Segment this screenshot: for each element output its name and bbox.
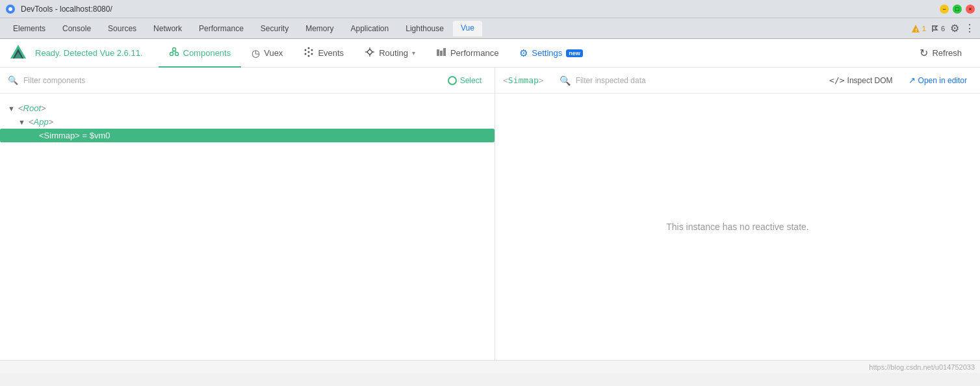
nav-routing[interactable]: Routing ▾	[354, 39, 426, 68]
svg-point-13	[305, 49, 307, 51]
tree-item-app[interactable]: ▼ <App>	[0, 115, 495, 129]
inspect-dom-icon: </>	[829, 75, 844, 85]
right-content-area: This instance has no reactive state.	[495, 94, 980, 360]
vue-logo	[8, 43, 29, 64]
nav-performance-label: Performance	[450, 48, 498, 58]
svg-text:!: !	[915, 27, 917, 32]
select-circle-icon	[448, 76, 457, 85]
components-icon	[169, 47, 179, 59]
warning-count: 1	[922, 25, 926, 32]
window-title: DevTools - localhost:8080/	[21, 5, 112, 14]
vue-status-text: Ready. Detected Vue 2.6.11.	[35, 48, 143, 58]
title-bar: DevTools - localhost:8080/ − □ ×	[0, 0, 980, 18]
svg-point-7	[172, 48, 175, 51]
tab-bar-icons: ! 1 6 ⚙ ⋮	[911, 22, 975, 34]
tab-application[interactable]: Application	[343, 21, 397, 36]
main-content: 🔍 Select ▼ <Root> ▼ <App> <Simmap>	[0, 68, 980, 360]
svg-rect-24	[437, 49, 439, 56]
nav-vuex[interactable]: ◷ Vuex	[241, 39, 293, 68]
more-options-icon[interactable]: ⋮	[964, 22, 975, 34]
svg-point-9	[175, 53, 178, 56]
vuex-icon: ◷	[251, 47, 260, 59]
tab-network[interactable]: Network	[146, 21, 190, 36]
vue-nav: Components ◷ Vuex Events	[159, 39, 910, 68]
performance-icon	[436, 47, 446, 59]
nav-vuex-label: Vuex	[264, 48, 283, 58]
svg-point-1	[8, 7, 12, 11]
tree-item-root[interactable]: ▼ <Root>	[0, 101, 495, 115]
open-in-editor-button[interactable]: ↗ Open in editor	[903, 73, 972, 87]
minimize-button[interactable]: −	[940, 5, 949, 14]
title-bar-left: DevTools - localhost:8080/	[5, 4, 112, 14]
settings-icon: ⚙	[519, 47, 528, 59]
root-chevron-icon: ▼	[8, 105, 18, 112]
select-button[interactable]: Select	[443, 73, 487, 88]
inspect-dom-label: Inspect DOM	[847, 76, 893, 85]
flag-badge: 6	[931, 25, 945, 32]
right-panel: <Simmap> 🔍 </> Inspect DOM ↗ Open in edi…	[495, 68, 980, 360]
inspect-dom-button[interactable]: </> Inspect DOM	[824, 73, 898, 87]
svg-point-18	[308, 55, 310, 57]
component-tree: ▼ <Root> ▼ <App> <Simmap> = $vm0	[0, 94, 495, 360]
svg-point-12	[308, 51, 310, 53]
devtools-tab-bar: Elements Console Sources Network Perform…	[0, 18, 980, 39]
tree-item-simmap[interactable]: <Simmap> = $vm0	[0, 129, 495, 142]
svg-point-16	[311, 53, 313, 55]
open-editor-icon: ↗	[909, 75, 916, 85]
tab-sources[interactable]: Sources	[100, 21, 144, 36]
svg-line-11	[174, 51, 177, 53]
filter-search-icon: 🔍	[8, 75, 18, 85]
tab-performance[interactable]: Performance	[191, 21, 251, 36]
tab-elements[interactable]: Elements	[5, 21, 53, 36]
nav-routing-label: Routing	[379, 48, 408, 58]
tab-lighthouse[interactable]: Lighthouse	[398, 21, 452, 36]
nav-events[interactable]: Events	[293, 39, 354, 68]
tab-memory[interactable]: Memory	[298, 21, 341, 36]
app-chevron-icon: ▼	[18, 118, 29, 126]
tab-security[interactable]: Security	[253, 21, 296, 36]
warning-badge[interactable]: ! 1	[911, 24, 926, 33]
tab-vue[interactable]: Vue	[453, 21, 482, 36]
open-editor-label: Open in editor	[918, 76, 967, 85]
routing-dropdown-arrow: ▾	[412, 49, 415, 57]
svg-rect-26	[443, 48, 446, 56]
simmap-vm-value: $vm0	[90, 131, 110, 140]
simmap-tag-name: Simmap	[44, 131, 75, 140]
left-panel-toolbar: 🔍 Select	[0, 68, 495, 94]
refresh-label: Refresh	[932, 48, 962, 58]
svg-point-15	[305, 53, 307, 55]
filter-inspected-input[interactable]	[576, 76, 706, 85]
title-bar-controls: − □ ×	[940, 5, 975, 14]
selected-component-tag: <Simmap>	[503, 75, 544, 85]
status-bar: https://blog.csdn.net/u014752033	[0, 360, 980, 373]
left-panel: 🔍 Select ▼ <Root> ▼ <App> <Simmap>	[0, 68, 495, 360]
svg-point-14	[311, 49, 313, 51]
flag-count: 6	[941, 25, 945, 32]
chrome-icon	[5, 4, 16, 14]
svg-line-10	[172, 51, 174, 53]
maximize-button[interactable]: □	[953, 5, 962, 14]
nav-settings[interactable]: ⚙ Settings new	[509, 39, 593, 68]
refresh-button[interactable]: ↻ Refresh	[909, 39, 972, 68]
nav-events-label: Events	[318, 48, 344, 58]
right-search-icon: 🔍	[560, 75, 571, 86]
nav-components[interactable]: Components	[159, 39, 242, 68]
svg-rect-25	[440, 51, 443, 56]
nav-components-label: Components	[183, 48, 231, 58]
nav-performance[interactable]: Performance	[426, 39, 509, 68]
tab-console[interactable]: Console	[55, 21, 99, 36]
vue-toolbar: Ready. Detected Vue 2.6.11. Components ◷…	[0, 39, 980, 68]
svg-point-8	[170, 53, 173, 56]
close-button[interactable]: ×	[966, 5, 975, 14]
nav-settings-label: Settings	[532, 48, 562, 58]
routing-icon	[365, 47, 375, 59]
flag-icon	[931, 25, 939, 32]
nav-right: ↻ Refresh	[909, 39, 972, 68]
right-panel-toolbar: <Simmap> 🔍 </> Inspect DOM ↗ Open in edi…	[495, 68, 980, 94]
filter-components-input[interactable]	[23, 76, 437, 85]
empty-state-message: This instance has no reactive state.	[666, 222, 808, 232]
refresh-icon: ↻	[920, 47, 928, 59]
right-toolbar-actions: </> Inspect DOM ↗ Open in editor	[824, 73, 972, 87]
select-label: Select	[460, 76, 482, 85]
settings-gear-icon[interactable]: ⚙	[950, 22, 959, 34]
